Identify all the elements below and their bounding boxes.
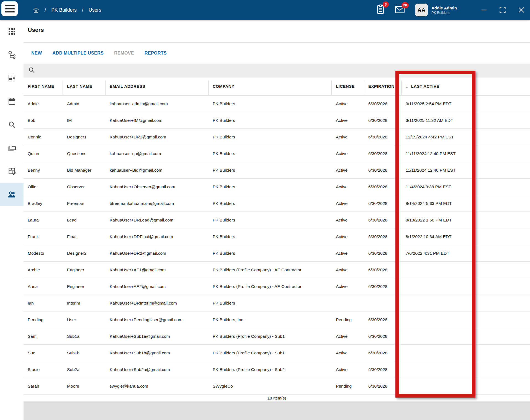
sidebar-item-calendar[interactable] [0, 90, 24, 113]
cell-first-name: Bradley [24, 195, 63, 212]
cell-expiration: 6/30/2028 [364, 311, 402, 328]
breadcrumb-project[interactable]: PK Builders [51, 7, 76, 13]
cell-last-name: IM [63, 112, 106, 128]
cell-last-active: 11/11/2024 12:40 PM EST [402, 145, 530, 162]
avatar[interactable]: AA [415, 4, 428, 16]
sidebar-item-punchlist[interactable] [0, 159, 24, 183]
table-row[interactable]: FrankFinalKahuaUser+DRFinal@gmail.comPK … [24, 228, 530, 245]
table-row[interactable]: BennyBid Managerkahuauser+Bid@gmail.comP… [24, 162, 530, 179]
cell-first-name: Frank [24, 228, 63, 245]
sidebar-item-users[interactable] [0, 183, 24, 206]
new-button[interactable]: NEW [31, 51, 42, 56]
column-header-expiration[interactable]: EXPIRATION [364, 78, 402, 95]
cell-company: PK Builders [209, 162, 332, 178]
table-row[interactable]: AnnaEngineerKahuaUser+AE2@gmail.comPK Bu… [24, 278, 530, 295]
cell-expiration: 6/30/2028 [364, 162, 402, 178]
column-header-last-name[interactable]: LAST NAME [63, 78, 106, 95]
cell-company: PK Builders (Profile Company) - AE Contr… [209, 278, 332, 295]
cell-license: Active [332, 129, 364, 145]
cell-company: PK Builders (Profile Company) - Sub1 [209, 345, 332, 361]
column-header-license[interactable]: LICENSE [332, 78, 364, 95]
cell-last-name: Sub1b [63, 345, 106, 361]
column-label: LAST ACTIVE [411, 84, 439, 89]
table-row[interactable]: ModestoDesigner2KahuaUser+DR2@gmail.comP… [24, 245, 530, 262]
table-row[interactable]: SueSub1bKahuaUser+Sub1b@gmail.comPK Buil… [24, 345, 530, 361]
cell-email: kahuauser+Bid@gmail.com [106, 162, 209, 178]
cell-license: Active [332, 328, 364, 344]
remove-button[interactable]: REMOVE [114, 51, 134, 56]
cell-last-name: Freeman [63, 195, 106, 212]
cell-last-name: Questions [63, 145, 106, 162]
cell-last-active: 3/11/2025 11:32 AM EDT [402, 112, 530, 128]
sidebar-item-search[interactable] [0, 113, 24, 136]
cell-last-name: Final [63, 228, 106, 245]
table-row[interactable]: SamSub1aKahuaUser+Sub1a@gmail.comPK Buil… [24, 328, 530, 345]
column-header-company[interactable]: COMPANY [209, 78, 332, 95]
table-row[interactable]: LauraLeadKahuaUser+DRLead@gmail.comPK Bu… [24, 212, 530, 228]
cell-first-name: Laura [24, 212, 63, 228]
cell-email: KahuaUser+AE2@gmail.com [106, 278, 209, 295]
table-row[interactable]: ArchieEngineerKahuaUser+AE1@gmail.comPK … [24, 262, 530, 278]
cell-email: KahuaUser+Sub1a@gmail.com [106, 328, 209, 344]
apps-grid-icon [8, 27, 16, 36]
search-icon [28, 67, 35, 74]
column-header-email-address[interactable]: EMAIL ADDRESS [106, 78, 209, 95]
cell-first-name: Benny [24, 162, 63, 178]
sidebar-item-dashboard[interactable] [0, 66, 24, 90]
cell-expiration [364, 295, 402, 311]
cell-last-active: 8/14/2024 5:33 PM EDT [402, 195, 530, 212]
bottom-strip [24, 401, 530, 420]
tasks-badge: 3 [383, 1, 389, 7]
table-row[interactable]: IanInterimKahuaUser+DRInterim@gmail.comP… [24, 295, 530, 311]
cell-expiration: 6/30/2028 [364, 112, 402, 128]
column-header-last-active[interactable]: ↓LAST ACTIVE [402, 78, 530, 95]
reports-button[interactable]: REPORTS [145, 51, 167, 56]
messages-button[interactable]: 20 [395, 5, 405, 15]
search-bar[interactable] [24, 64, 530, 78]
hamburger-menu-button[interactable] [1, 1, 18, 16]
search-input[interactable] [38, 64, 530, 78]
cell-last-active: 11/4/2024 3:38 PM EST [402, 179, 530, 195]
cell-last-active: 7/6/2022 4:31 PM EDT [402, 245, 530, 261]
cell-last-name: User [63, 311, 106, 328]
home-icon[interactable] [33, 7, 39, 13]
cell-first-name: Sarah [24, 378, 63, 394]
cell-email: KahuaUser+Sub2a@gmail.com [106, 361, 209, 378]
cell-company: PK Builders [209, 96, 332, 112]
cell-first-name: Stacie [24, 361, 63, 378]
people-icon [7, 190, 17, 199]
cell-company: SWygleCo [209, 378, 332, 394]
table-row[interactable]: SarahMooreswygle@kahua.comSWygleCoPendin… [24, 378, 530, 395]
table-row[interactable]: BobIMKahuaUser+IM@gmail.comPK BuildersAc… [24, 112, 530, 129]
add-multiple-users-button[interactable]: ADD MULTIPLE USERS [53, 51, 104, 56]
close-button[interactable] [518, 6, 525, 14]
cell-last-active [402, 378, 530, 394]
column-label: FIRST NAME [28, 84, 54, 89]
cell-company: PK Builders [209, 228, 332, 245]
cell-last-name: Designer1 [63, 129, 106, 145]
cell-company: PK Builders [209, 212, 332, 228]
table-row[interactable]: StacieSub2aKahuaUser+Sub2a@gmail.comPK B… [24, 361, 530, 378]
table-row[interactable]: QuinnQuestionskahuauser+qa@gmail.comPK B… [24, 145, 530, 162]
breadcrumb: / PK Builders / Users [33, 7, 101, 13]
table-row[interactable]: BradleyFreemanbfreemankahua.main@gmail.c… [24, 195, 530, 212]
table-row[interactable]: AddieAdminkahuauser+admin@gmail.comPK Bu… [24, 96, 530, 112]
user-menu[interactable]: Addie Admin PK Builders [431, 5, 473, 15]
table-row[interactable]: OllieObserverKahuaUser+Observer@gmail.co… [24, 179, 530, 195]
tasks-button[interactable]: 3 [376, 4, 385, 16]
dashboard-icon [8, 74, 16, 82]
sidebar-item-apps[interactable] [0, 20, 24, 43]
topbar-actions: 3 20 AA Addie Admin PK Builders [366, 4, 525, 16]
floorplan-check-icon [7, 167, 16, 176]
maximize-button[interactable] [499, 6, 506, 14]
cell-last-active [402, 361, 530, 378]
sidebar-item-projects[interactable] [0, 136, 24, 159]
sidebar-item-workflow[interactable] [0, 43, 24, 66]
cell-first-name: Sam [24, 328, 63, 344]
cell-last-active: 8/1/2022 10:34 AM EDT [402, 228, 530, 245]
table-row[interactable]: ConnieDesigner1KahuaUser+DR1@gmail.comPK… [24, 129, 530, 145]
table-row[interactable]: PendingUserKahuaUser+PendingUser@gmail.c… [24, 311, 530, 328]
column-header-first-name[interactable]: FIRST NAME [24, 78, 63, 95]
cell-email: KahuaUser+DRInterim@gmail.com [106, 295, 209, 311]
minimize-button[interactable] [480, 6, 487, 14]
